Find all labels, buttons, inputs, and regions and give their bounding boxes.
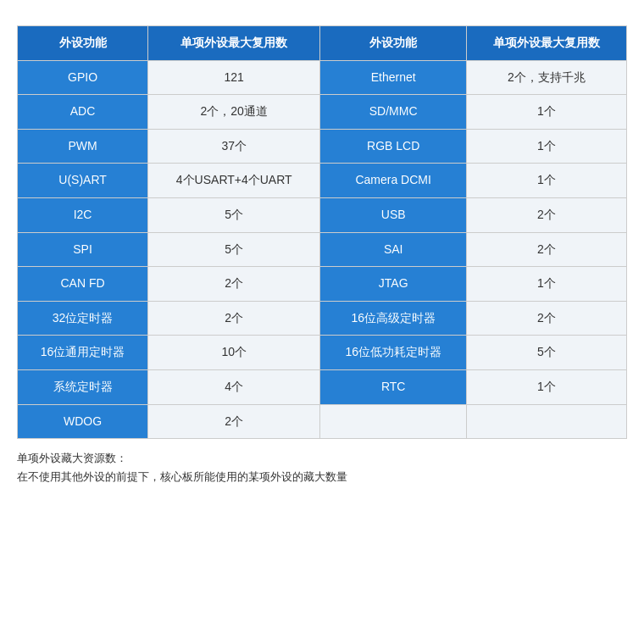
value-col2: 2个 [466, 197, 626, 232]
label-col2: Camera DCMI [320, 164, 467, 198]
value-col2: 1个 [466, 95, 626, 130]
label-col1: I2C [18, 197, 148, 232]
label-col2: 16位高级定时器 [320, 301, 467, 336]
value-col1: 10个 [148, 336, 320, 370]
label-col2 [320, 404, 467, 439]
table-row: 32位定时器2个16位高级定时器2个 [18, 301, 627, 336]
label-col2: JTAG [320, 267, 467, 302]
table-row: WDOG2个 [18, 404, 627, 439]
value-col2: 1个 [466, 267, 626, 302]
value-col2: 1个 [466, 164, 626, 198]
label-col1: ADC [18, 95, 148, 130]
value-col2: 5个 [466, 336, 626, 370]
value-col1: 4个 [148, 369, 320, 404]
label-col1: GPIO [18, 60, 148, 95]
table-row: 系统定时器4个RTC1个 [18, 369, 627, 404]
label-col1: 系统定时器 [18, 369, 148, 404]
value-col2: 2个，支持千兆 [466, 60, 626, 95]
table-row: SPI5个SAI2个 [18, 232, 627, 267]
value-col1: 5个 [148, 197, 320, 232]
header-col4: 单项外设最大复用数 [466, 26, 626, 61]
label-col1: 16位通用定时器 [18, 336, 148, 370]
table-row: ADC2个，20通道SD/MMC1个 [18, 95, 627, 130]
value-col1: 5个 [148, 232, 320, 267]
label-col1: U(S)ART [18, 164, 148, 198]
value-col1: 2个 [148, 301, 320, 336]
table-row: CAN FD2个JTAG1个 [18, 267, 627, 302]
footer-text: 单项外设藏大资源数： 在不使用其他外设的前提下，核心板所能使用的某项外设的藏大数… [17, 449, 627, 486]
table-header-row: 外设功能 单项外设最大复用数 外设功能 单项外设最大复用数 [18, 26, 627, 61]
label-col1: SPI [18, 232, 148, 267]
value-col1: 2个 [148, 404, 320, 439]
main-container: 外设功能 单项外设最大复用数 外设功能 单项外设最大复用数 GPIO121Eth… [17, 17, 627, 495]
value-col2 [466, 404, 626, 439]
label-col2: SAI [320, 232, 467, 267]
table-row: PWM37个RGB LCD1个 [18, 129, 627, 164]
header-col1: 外设功能 [18, 26, 148, 61]
label-col2: RTC [320, 369, 467, 404]
label-col2: RGB LCD [320, 129, 467, 164]
footer-line2: 在不使用其他外设的前提下，核心板所能使用的某项外设的藏大数量 [17, 468, 627, 486]
value-col1: 121 [148, 60, 320, 95]
header-col3: 外设功能 [320, 26, 467, 61]
table-row: 16位通用定时器10个16位低功耗定时器5个 [18, 336, 627, 370]
value-col1: 4个USART+4个UART [148, 164, 320, 198]
table-row: GPIO121Ethernet2个，支持千兆 [18, 60, 627, 95]
value-col2: 2个 [466, 301, 626, 336]
value-col1: 2个，20通道 [148, 95, 320, 130]
label-col2: USB [320, 197, 467, 232]
label-col1: 32位定时器 [18, 301, 148, 336]
value-col1: 37个 [148, 129, 320, 164]
label-col2: SD/MMC [320, 95, 467, 130]
table-row: U(S)ART4个USART+4个UARTCamera DCMI1个 [18, 164, 627, 198]
peripheral-table: 外设功能 单项外设最大复用数 外设功能 单项外设最大复用数 GPIO121Eth… [17, 25, 627, 439]
value-col2: 1个 [466, 129, 626, 164]
label-col1: PWM [18, 129, 148, 164]
label-col1: CAN FD [18, 267, 148, 302]
header-col2: 单项外设最大复用数 [148, 26, 320, 61]
value-col2: 1个 [466, 369, 626, 404]
value-col2: 2个 [466, 232, 626, 267]
label-col1: WDOG [18, 404, 148, 439]
label-col2: 16位低功耗定时器 [320, 336, 467, 370]
value-col1: 2个 [148, 267, 320, 302]
table-row: I2C5个USB2个 [18, 197, 627, 232]
footer-line1: 单项外设藏大资源数： [17, 449, 627, 468]
label-col2: Ethernet [320, 60, 467, 95]
